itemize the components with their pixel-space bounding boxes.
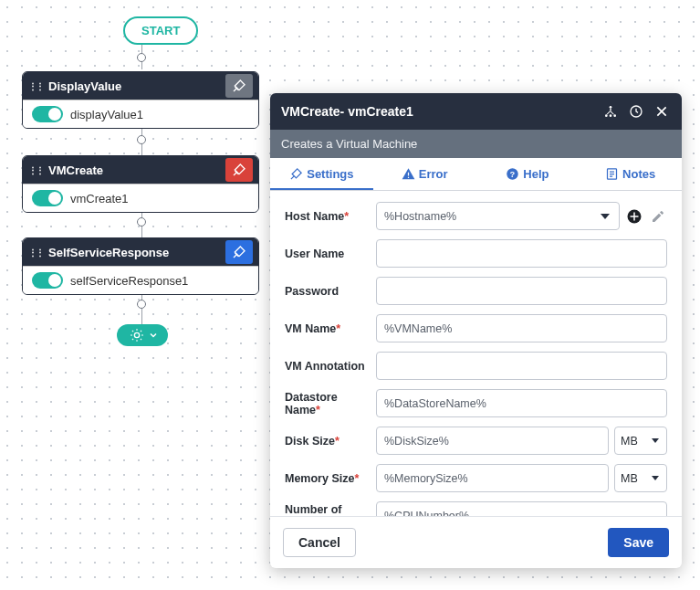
node-title: DisplayValue xyxy=(48,79,225,93)
add-icon[interactable] xyxy=(625,207,643,226)
cpus-input[interactable] xyxy=(376,501,667,516)
notes-icon xyxy=(605,167,619,181)
drag-handle-icon[interactable]: ⋮⋮ xyxy=(28,165,43,175)
username-input[interactable] xyxy=(376,239,667,268)
svg-text:?: ? xyxy=(510,170,515,179)
panel-subtitle: Creates a Virtual Machine xyxy=(270,130,682,158)
svg-point-3 xyxy=(610,114,612,117)
workflow-node-vm-create[interactable]: ⋮⋮ VMCreate vmCreate1 xyxy=(22,155,259,213)
error-icon xyxy=(402,167,415,181)
node-instance-name: selfServiceResponse1 xyxy=(70,274,188,288)
start-node[interactable]: START xyxy=(123,16,198,45)
close-icon[interactable] xyxy=(653,102,671,121)
node-tool-button[interactable] xyxy=(225,74,253,98)
tab-error[interactable]: Error xyxy=(373,158,476,190)
disksize-input[interactable] xyxy=(376,427,609,455)
tab-help[interactable]: ? Help xyxy=(476,158,580,190)
svg-point-1 xyxy=(610,106,612,109)
help-icon: ? xyxy=(506,167,519,181)
tab-settings[interactable]: Settings xyxy=(270,158,373,190)
cancel-button[interactable]: Cancel xyxy=(283,528,356,557)
node-tool-button[interactable] xyxy=(225,240,253,264)
username-label: User Name xyxy=(285,248,376,260)
node-title: SelfServiceResponse xyxy=(48,246,225,259)
chevron-down-icon xyxy=(148,330,159,341)
node-instance-name: vmCreate1 xyxy=(70,192,129,205)
panel-title: VMCreate- vmCreate1 xyxy=(281,104,594,119)
memorysize-label: Memory Size* xyxy=(285,472,376,485)
memorysize-unit-select[interactable]: MB xyxy=(614,464,667,492)
vmname-label: VM Name* xyxy=(285,322,376,335)
edit-icon[interactable] xyxy=(649,207,667,226)
drag-handle-icon[interactable]: ⋮⋮ xyxy=(28,81,43,91)
node-toggle[interactable] xyxy=(32,272,63,289)
node-toggle[interactable] xyxy=(32,106,63,122)
vmannotation-input[interactable] xyxy=(376,352,667,380)
password-input[interactable] xyxy=(376,277,667,305)
memorysize-input[interactable] xyxy=(376,464,609,492)
datastore-input[interactable] xyxy=(376,389,667,417)
hostname-label: Host Name* xyxy=(285,210,376,223)
node-settings-panel: VMCreate- vmCreate1 Creates a Virtual Ma… xyxy=(270,93,682,568)
disksize-label: Disk Size* xyxy=(285,435,376,448)
password-label: Password xyxy=(285,285,376,298)
start-label: START xyxy=(141,24,180,37)
panel-tabs: Settings Error ? Help Notes xyxy=(270,158,682,191)
svg-point-4 xyxy=(613,114,616,117)
workflow-node-self-service-response[interactable]: ⋮⋮ SelfServiceResponse selfServiceRespon… xyxy=(22,237,259,295)
node-toggle[interactable] xyxy=(32,190,63,206)
workflow-node-display-value[interactable]: ⋮⋮ DisplayValue displayValue1 xyxy=(22,71,259,129)
tab-notes[interactable]: Notes xyxy=(579,158,682,190)
node-title: VMCreate xyxy=(48,163,225,177)
drag-handle-icon[interactable]: ⋮⋮ xyxy=(28,248,43,258)
vmname-input[interactable] xyxy=(376,314,667,342)
settings-icon xyxy=(289,167,303,181)
panel-branch-icon[interactable] xyxy=(601,102,620,121)
svg-point-0 xyxy=(134,332,139,337)
save-button[interactable]: Save xyxy=(608,528,669,557)
hostname-select[interactable]: %Hostname% xyxy=(376,202,620,230)
output-icon xyxy=(130,328,144,342)
svg-point-2 xyxy=(605,114,608,117)
node-tool-button[interactable] xyxy=(225,158,253,182)
vmannotation-label: VM Annotation xyxy=(285,360,376,373)
panel-history-icon[interactable] xyxy=(627,102,645,121)
end-node[interactable] xyxy=(117,324,168,346)
disksize-unit-select[interactable]: MB xyxy=(614,427,667,455)
cpus-label: Number of CPUs* xyxy=(285,503,376,517)
node-instance-name: displayValue1 xyxy=(70,108,143,121)
datastore-label: Datastore Name* xyxy=(285,391,376,416)
